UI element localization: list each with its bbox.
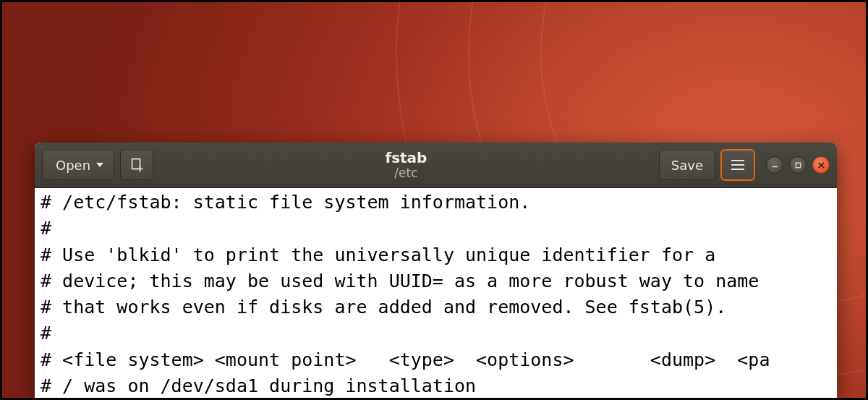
document-path: /etc [159, 166, 653, 181]
gedit-window: Open fstab /etc Save [35, 142, 837, 400]
new-document-button[interactable] [120, 150, 153, 180]
close-icon [817, 161, 825, 169]
minimize-button[interactable] [766, 156, 783, 174]
maximize-icon [794, 161, 802, 169]
maximize-button[interactable] [789, 156, 807, 174]
minimize-icon [771, 161, 779, 169]
window-controls [766, 156, 830, 174]
chevron-down-icon [96, 163, 103, 167]
new-document-icon [129, 157, 145, 173]
open-button-label: Open [56, 158, 90, 173]
open-button[interactable]: Open [42, 150, 114, 180]
save-button-label: Save [671, 158, 703, 173]
svg-rect-2 [796, 163, 800, 167]
close-button[interactable] [812, 156, 830, 174]
text-editor-content[interactable]: # /etc/fstab: static file system informa… [35, 188, 837, 400]
titlebar: Open fstab /etc Save [35, 142, 837, 188]
hamburger-menu-button[interactable] [721, 150, 754, 180]
title-area: fstab /etc [159, 150, 653, 181]
document-title: fstab [159, 150, 653, 166]
save-button[interactable]: Save [659, 150, 715, 180]
hamburger-icon [731, 160, 744, 170]
svg-rect-0 [132, 159, 140, 169]
